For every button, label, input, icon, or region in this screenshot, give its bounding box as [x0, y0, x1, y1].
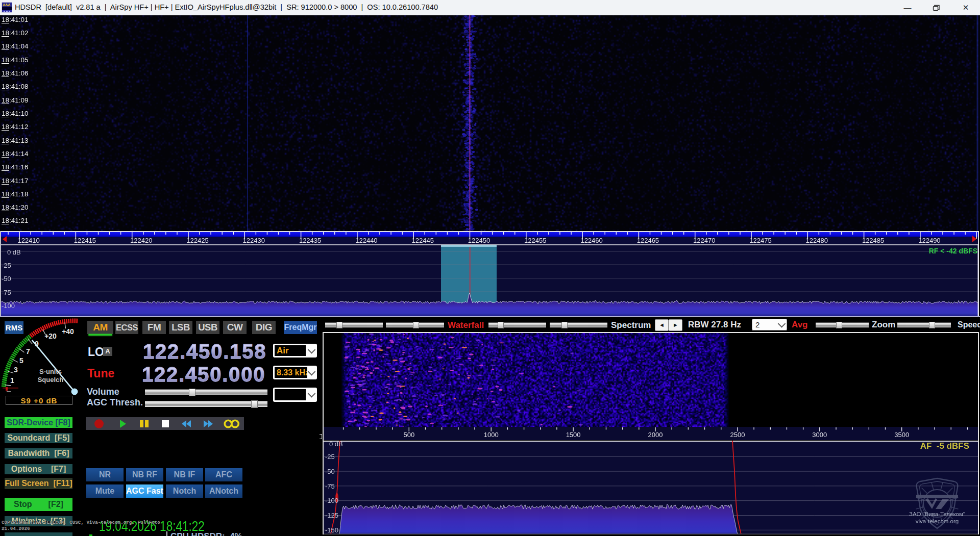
- svg-text:5: 5: [19, 356, 23, 365]
- svg-text:7: 7: [26, 347, 30, 355]
- svg-text:9: 9: [35, 340, 39, 348]
- svg-text:3: 3: [14, 366, 18, 374]
- svg-text:+20: +20: [44, 332, 57, 340]
- svg-text:1: 1: [10, 376, 14, 385]
- svg-text:+40: +40: [62, 327, 74, 336]
